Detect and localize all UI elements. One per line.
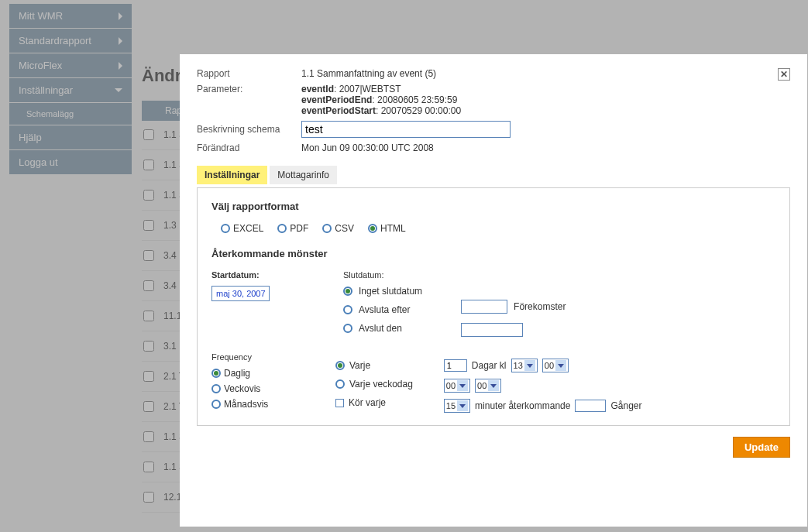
run-every-label: Kör varje <box>349 397 386 408</box>
minuter-label: minuter återkommande <box>475 400 570 411</box>
times-input[interactable] <box>575 400 606 412</box>
chevron-down-icon <box>488 380 499 391</box>
occurrence-input[interactable] <box>461 300 507 314</box>
every-weekday[interactable]: Varje veckodag <box>335 379 413 390</box>
forandrad-label: Förändrad <box>197 142 301 153</box>
days-input[interactable] <box>444 359 467 372</box>
minutes-select[interactable]: 15 <box>444 399 470 413</box>
freq-monthly[interactable]: Månadsvis <box>211 399 304 410</box>
chevron-down-icon <box>524 360 535 371</box>
forandrad-value: Mon Jun 09 00:30:00 UTC 2008 <box>301 142 434 153</box>
format-pdf[interactable]: PDF <box>277 223 308 234</box>
rapport-label: Rapport <box>197 68 301 79</box>
min2-select[interactable]: 00 <box>475 379 501 393</box>
freq-weekly[interactable]: Veckovis <box>211 383 304 394</box>
format-excel[interactable]: EXCEL <box>221 223 263 234</box>
recur-title: Återkommande mönster <box>211 248 775 259</box>
freq-daily[interactable]: Daglig <box>211 368 304 379</box>
ganger-label: Gånger <box>610 400 641 411</box>
close-button[interactable]: ✕ <box>778 68 790 81</box>
forekomster-label: Förekomster <box>514 301 566 312</box>
chevron-down-icon <box>457 380 468 391</box>
end-on-label: Avslut den <box>359 323 402 334</box>
run-every-checkbox[interactable] <box>335 399 344 407</box>
hour1-select[interactable]: 13 <box>511 359 538 372</box>
every-n-days[interactable]: Varje <box>335 360 413 371</box>
tab-installningar[interactable]: Inställningar <box>197 166 267 184</box>
slutdatum-label: Slutdatum: <box>343 270 422 280</box>
startdatum-label: Startdatum: <box>211 270 304 280</box>
beskrivning-label: Beskrivning schema <box>197 124 301 135</box>
tabs: Inställningar Mottagarinfo <box>197 166 790 184</box>
chevron-down-icon <box>457 400 468 411</box>
tab-mottagarinfo[interactable]: Mottagarinfo <box>270 166 337 184</box>
end-after-radio[interactable] <box>343 305 352 314</box>
end-date-input[interactable] <box>461 323 523 337</box>
frequency-label: Frequency <box>211 352 304 362</box>
end-after-label: Avsluta efter <box>359 304 410 315</box>
parameter-values: eventId: 2007|WEBTST eventPeriodEnd: 200… <box>301 84 461 116</box>
end-on-radio[interactable] <box>343 324 352 333</box>
description-input[interactable] <box>301 121 511 138</box>
settings-panel: Välj rapportformat EXCEL PDF CSV HTML Åt… <box>197 187 790 426</box>
update-button[interactable]: Update <box>733 437 790 458</box>
rapport-value: 1.1 Sammanfattning av event (5) <box>301 68 436 79</box>
schedule-modal: ✕ Rapport 1.1 Sammanfattning av event (5… <box>180 54 807 527</box>
min1-select[interactable]: 00 <box>542 359 569 372</box>
format-html[interactable]: HTML <box>368 223 406 234</box>
hour2-select[interactable]: 00 <box>444 379 470 393</box>
format-title: Välj rapportformat <box>211 201 775 212</box>
chevron-down-icon <box>555 360 566 371</box>
format-csv[interactable]: CSV <box>322 223 354 234</box>
parameter-label: Parameter: <box>197 84 301 116</box>
dagar-kl-label: Dagar kl <box>472 360 507 371</box>
end-no-date[interactable]: Inget slutdatum <box>343 286 422 297</box>
start-date-input[interactable] <box>211 286 270 301</box>
